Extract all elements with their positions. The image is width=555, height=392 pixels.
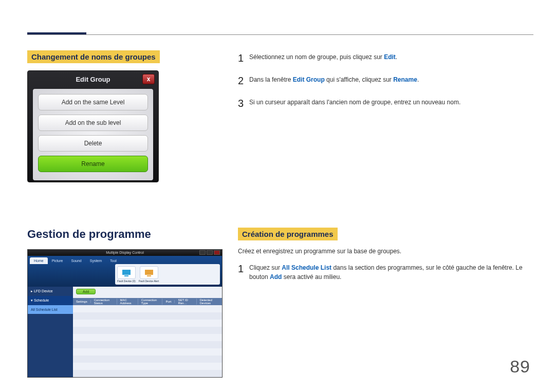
- ribbon-label: Fault Device Alert: [139, 279, 159, 283]
- step-text-fragment: Sélectionnez un nom de groupe, puis cliq…: [249, 53, 384, 61]
- fault-device-button[interactable]: [117, 266, 136, 279]
- step-1: 1 Sélectionnez un nom de groupe, puis cl…: [238, 50, 533, 66]
- add-sub-level-button[interactable]: Add on the sub level: [38, 115, 148, 131]
- keyword-all-schedule-list: All Schedule List: [282, 264, 331, 271]
- grid-area: Add Settings Connection Status MAC Addre…: [73, 287, 222, 377]
- section-heading-creation-programmes: Création de programmes: [238, 228, 338, 240]
- step-text-fragment: Cliquez sur: [249, 264, 282, 271]
- app-ribbon: Home Picture Sound System Tool Faul: [28, 256, 222, 287]
- delete-button[interactable]: Delete: [38, 135, 148, 152]
- app-sidebar: ▸ LFD Device ▾ Schedule All Schedule Lis…: [28, 287, 73, 377]
- keyword-edit-group: Edit Group: [293, 76, 325, 83]
- maximize-icon[interactable]: [207, 250, 213, 255]
- section-heading-change-group-names: Changement de noms de groupes: [27, 50, 160, 63]
- fault-device-alert-button[interactable]: [140, 266, 158, 279]
- app-titlebar: Multiple Display Control: [28, 250, 222, 256]
- tab-sound[interactable]: Sound: [67, 257, 85, 264]
- step-text-fragment: sera activé au milieu.: [282, 273, 341, 281]
- app-main: ▸ LFD Device ▾ Schedule All Schedule Lis…: [28, 287, 222, 377]
- ribbon-label: Fault Device (0): [117, 279, 135, 283]
- ribbon-buttons: Fault Device (0) Fault Device Alert: [115, 264, 220, 285]
- keyword-rename: Rename: [393, 76, 417, 83]
- section-heading-gestion-programme: Gestion de programme: [27, 228, 223, 241]
- col-mac[interactable]: MAC Address: [117, 298, 138, 305]
- tab-home[interactable]: Home: [30, 257, 48, 264]
- step-number: 3: [238, 96, 249, 111]
- col-connection-status[interactable]: Connection Status: [91, 298, 117, 305]
- step-2: 2 Dans la fenêtre Edit Group qui s'affic…: [238, 73, 533, 88]
- add-same-level-button[interactable]: Add on the same Level: [38, 94, 148, 110]
- grid-rows: [73, 305, 222, 377]
- step-number: 1: [238, 261, 249, 276]
- step-1: 1 Cliquez sur All Schedule List dans la …: [238, 261, 533, 282]
- add-button[interactable]: Add: [76, 289, 96, 294]
- rename-button[interactable]: Rename: [38, 156, 148, 172]
- svg-rect-2: [145, 270, 153, 275]
- step-text: Dans la fenêtre Edit Group qui s'affiche…: [249, 73, 533, 84]
- page-number: 89: [510, 357, 530, 377]
- col-settings[interactable]: Settings: [73, 300, 91, 303]
- step-number: 1: [238, 50, 249, 66]
- keyword-add: Add: [270, 273, 282, 281]
- step-text-fragment: .: [396, 53, 397, 61]
- col-setid[interactable]: SET ID Ran…: [175, 298, 196, 305]
- dialog-title: Edit Group: [28, 71, 158, 86]
- sidebar-item-all-schedule-list[interactable]: All Schedule List: [28, 305, 73, 314]
- svg-rect-3: [147, 275, 151, 276]
- col-conn-type[interactable]: Connection Type: [138, 298, 163, 305]
- window-controls: [199, 250, 220, 255]
- tab-picture[interactable]: Picture: [48, 257, 67, 264]
- app-screenshot: Multiple Display Control Home Picture So…: [27, 249, 223, 378]
- close-icon[interactable]: x: [142, 74, 155, 84]
- col-port[interactable]: Port: [162, 300, 175, 303]
- step-text: Cliquez sur All Schedule List dans la se…: [249, 261, 533, 282]
- svg-rect-1: [124, 275, 128, 276]
- sidebar-item-schedule[interactable]: ▾ Schedule: [28, 296, 73, 305]
- step-text-fragment: Dans la fenêtre: [249, 76, 293, 83]
- step-text-fragment: qui s'affiche, cliquez sur: [325, 76, 393, 83]
- ribbon-tabs: Home Picture Sound System Tool: [28, 256, 123, 266]
- close-icon[interactable]: [214, 250, 220, 255]
- step-3: 3 Si un curseur apparaît dans l'ancien n…: [238, 96, 533, 111]
- step-text-fragment: .: [417, 76, 419, 83]
- sidebar-item-label: LFD Device: [34, 289, 53, 293]
- step-text: Si un curseur apparaît dans l'ancien nom…: [249, 96, 533, 107]
- sidebar-item-label: Schedule: [34, 298, 49, 302]
- col-detected[interactable]: Detected Devices: [197, 298, 222, 305]
- dialog-body: Add on the same Level Add on the sub lev…: [33, 89, 153, 180]
- tab-system[interactable]: System: [86, 257, 106, 264]
- header-rule: [27, 34, 533, 35]
- minimize-icon[interactable]: [199, 250, 206, 255]
- svg-rect-0: [122, 270, 131, 275]
- intro-text: Créez et enregistrez un programme sur la…: [238, 248, 533, 255]
- step-text: Sélectionnez un nom de groupe, puis cliq…: [249, 50, 533, 62]
- edit-group-dialog: Edit Group x Add on the same Level Add o…: [27, 70, 159, 182]
- keyword-edit: Edit: [384, 53, 396, 61]
- tab-tool[interactable]: Tool: [106, 257, 121, 264]
- grid-header: Settings Connection Status MAC Address C…: [73, 298, 222, 305]
- sidebar-item-lfd[interactable]: ▸ LFD Device: [28, 287, 73, 296]
- step-number: 2: [238, 73, 249, 88]
